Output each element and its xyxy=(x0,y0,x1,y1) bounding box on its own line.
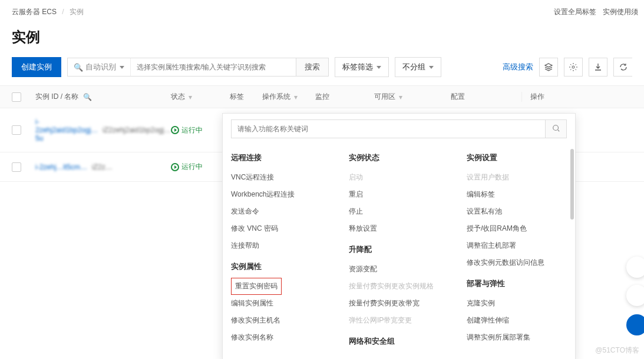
search-icon: 🔍 xyxy=(74,63,83,72)
header-actions: 操作 xyxy=(530,92,544,101)
search-icon[interactable]: 🔍 xyxy=(83,93,92,101)
toolbar: 创建实例 🔍 自动识别 搜索 标签筛选 不分组 高级搜索 xyxy=(0,57,644,85)
header-zone: 可用区 xyxy=(374,92,395,102)
top-right-links: 设置全局标签 实例使用须 xyxy=(549,7,638,17)
auto-detect-label: 自动识别 xyxy=(85,62,116,72)
dropdown-group-title: 远程连接 xyxy=(231,152,331,163)
chevron-down-icon xyxy=(120,66,124,69)
dropdown-item: 启动 xyxy=(349,169,449,182)
layers-icon xyxy=(544,62,553,72)
download-icon xyxy=(593,62,603,72)
create-instance-button[interactable]: 创建实例 xyxy=(12,57,61,77)
refresh-icon xyxy=(619,62,628,72)
dropdown-search xyxy=(231,119,567,138)
breadcrumb-sep: / xyxy=(62,8,64,16)
link-global-tag[interactable]: 设置全局标签 xyxy=(554,8,596,16)
layers-icon-button[interactable] xyxy=(539,58,558,77)
chevron-down-icon xyxy=(377,66,381,69)
dropdown-group-title: 实例状态 xyxy=(349,152,449,163)
dropdown-item: 设置用户数据 xyxy=(467,169,567,182)
filter-icon[interactable]: ▾ xyxy=(189,93,192,101)
status-label: 运行中 xyxy=(181,162,203,172)
tag-filter-label: 标签筛选 xyxy=(342,62,373,72)
status-running: 运行中 xyxy=(171,162,203,172)
actions-dropdown-panel: 远程连接VNC远程连接Workbench远程连接发送命令修改 VNC 密码连接帮… xyxy=(222,113,576,182)
status-running: 运行中 xyxy=(171,125,203,135)
group-filter-label: 不分组 xyxy=(402,62,425,72)
group-filter-button[interactable]: 不分组 xyxy=(395,57,441,77)
instance-id-link[interactable]: i-2zehj…lt5cm… xyxy=(35,163,87,171)
scrollbar-thumb[interactable] xyxy=(570,149,574,182)
dropdown-search-button[interactable] xyxy=(545,120,566,138)
dropdown-item[interactable]: VNC远程连接 xyxy=(231,169,331,182)
chevron-down-icon xyxy=(429,66,434,69)
table-header: 实例 ID / 名称 🔍 状态 ▾ 标签 操作系统 ▾ 监控 可用区 ▾ 配置 … xyxy=(0,85,644,108)
instance-name: iZ2zehj2aid1bp2ogj… xyxy=(103,126,171,134)
header-monitor: 监控 xyxy=(315,92,329,101)
instance-name: iZ2z… xyxy=(92,163,113,171)
dropdown-body: 远程连接VNC远程连接Workbench远程连接发送命令修改 VNC 密码连接帮… xyxy=(223,145,575,182)
header-status: 状态 xyxy=(171,92,185,102)
instance-id-link[interactable]: i-2zehj2aid1bp2ogj…5u xyxy=(35,118,98,142)
play-icon xyxy=(171,126,179,134)
play-icon xyxy=(171,163,179,171)
gear-icon xyxy=(569,62,578,72)
dropdown-search-input[interactable] xyxy=(232,120,545,138)
advanced-search-link[interactable]: 高级搜索 xyxy=(503,62,533,72)
search-input[interactable] xyxy=(131,58,296,76)
status-label: 运行中 xyxy=(181,125,203,135)
header-id-name: 实例 ID / 名称 xyxy=(35,92,78,102)
tag-filter-button[interactable]: 标签筛选 xyxy=(335,57,389,77)
refresh-icon-button[interactable] xyxy=(613,58,632,77)
scrollbar[interactable] xyxy=(570,149,574,182)
row-checkbox[interactable] xyxy=(12,162,21,172)
search-button[interactable]: 搜索 xyxy=(296,58,328,76)
breadcrumb-root[interactable]: 云服务器 ECS xyxy=(12,8,57,16)
search-icon xyxy=(552,124,560,132)
filter-icon[interactable]: ▾ xyxy=(399,93,402,101)
search-group: 🔍 自动识别 搜索 xyxy=(67,58,329,77)
breadcrumb-current: 实例 xyxy=(70,8,84,16)
page-title: 实例 xyxy=(0,22,644,57)
header-os: 操作系统 xyxy=(262,92,290,102)
row-checkbox[interactable] xyxy=(12,125,21,135)
dropdown-group-title: 实例设置 xyxy=(467,152,567,163)
svg-point-0 xyxy=(572,66,574,68)
breadcrumb: 云服务器 ECS / 实例 xyxy=(0,0,644,22)
header-tag: 标签 xyxy=(230,92,244,101)
filter-icon[interactable]: ▾ xyxy=(294,93,298,101)
header-config: 配置 xyxy=(451,92,465,101)
svg-point-1 xyxy=(553,125,558,130)
download-icon-button[interactable] xyxy=(589,58,607,77)
settings-icon-button[interactable] xyxy=(564,58,583,77)
link-usage-guide[interactable]: 实例使用须 xyxy=(603,8,638,16)
auto-detect-dropdown[interactable]: 🔍 自动识别 xyxy=(68,58,131,76)
select-all-checkbox[interactable] xyxy=(12,92,21,102)
